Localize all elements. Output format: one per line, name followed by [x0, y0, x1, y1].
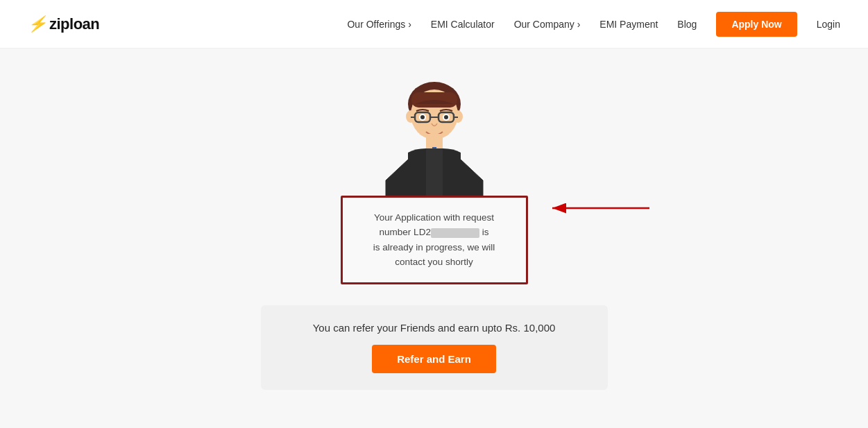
refer-section: You can refer your Friends and earn upto… — [261, 305, 608, 390]
login-link[interactable]: Login — [817, 19, 840, 30]
navigation: Our Offerings › EMI Calculator Our Compa… — [347, 12, 840, 37]
nav-our-company[interactable]: Our Company › — [514, 19, 581, 30]
application-status-sign: Your Application with request number LD2… — [341, 196, 528, 284]
redacted-id — [431, 228, 479, 238]
logo-bolt: ⚡ — [28, 15, 46, 33]
logo-text: ziploan — [49, 15, 99, 33]
arrow-indicator — [545, 187, 656, 229]
logo[interactable]: ⚡ ziploan — [28, 15, 99, 33]
nav-emi-payment[interactable]: EMI Payment — [599, 19, 658, 30]
svg-rect-14 — [426, 137, 443, 148]
main-content: Your Application with request number LD2… — [0, 49, 868, 418]
nav-offerings[interactable]: Our Offerings › — [347, 19, 411, 30]
refer-text: You can refer your Friends and earn upto… — [289, 322, 580, 334]
refer-and-earn-button[interactable]: Refer and Earn — [372, 345, 496, 373]
nav-blog[interactable]: Blog — [677, 19, 697, 30]
header: ⚡ ziploan Our Offerings › EMI Calculator… — [0, 0, 868, 49]
character-scene: Your Application with request number LD2… — [323, 62, 545, 298]
svg-point-13 — [444, 115, 448, 119]
sign-text: Your Application with request number LD2… — [354, 210, 515, 270]
apply-now-button[interactable]: Apply Now — [716, 12, 797, 37]
nav-emi-calculator[interactable]: EMI Calculator — [431, 19, 495, 30]
svg-point-12 — [420, 115, 425, 119]
